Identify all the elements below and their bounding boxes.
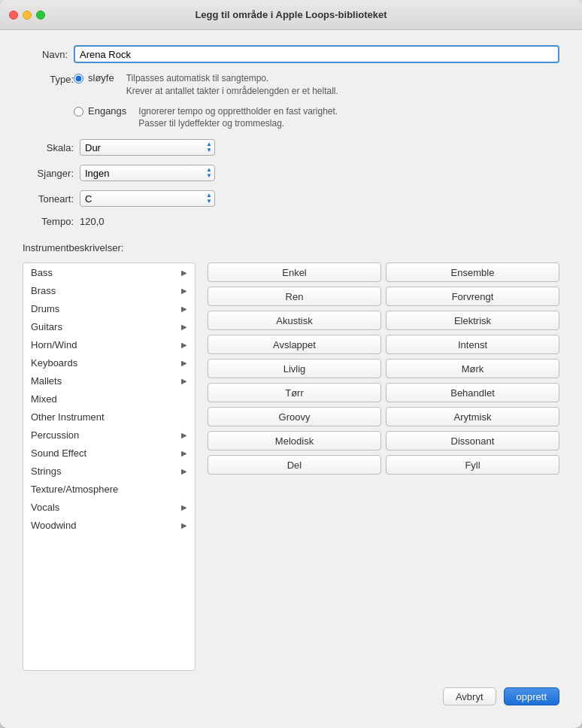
descriptor-button[interactable]: Enkel [208,262,381,282]
toneart-select[interactable]: C C# D D# E F F# G G# A A# B [80,190,215,207]
navn-label: Navn: [23,49,68,60]
sjanger-row: Sjanger: Ingen Rock Pop Jazz Blues ▲ ▼ [23,165,559,181]
descriptor-row: RenForvrengt [208,287,559,306]
chevron-right-icon: ▶ [181,377,187,385]
descriptor-button[interactable]: Dissonant [386,431,559,450]
list-item[interactable]: Percussion▶ [23,426,195,444]
descriptor-button[interactable]: Arytmisk [386,407,559,426]
sjanger-label: Sjanger: [23,168,74,179]
toneart-wrapper: C C# D D# E F F# G G# A A# B ▲ ▼ [80,190,215,207]
radio-options: sløyfe Tilpasses automatisk til sangtemp… [74,72,338,130]
descriptor-button[interactable]: Behandlet [386,383,559,402]
chevron-right-icon: ▶ [181,268,187,277]
list-item[interactable]: Horn/Wind▶ [23,335,195,353]
radio-sloeyfe-desc: Tilpasses automatisk til sangtempo. Krev… [126,72,338,98]
instrument-name: Vocals [31,502,59,513]
descriptor-button[interactable]: Avslappet [208,335,381,354]
radio-engangs-row: Engangs Ignorerer tempo og opprettholder… [74,105,338,131]
radio-engangs-desc2: Passer til lydeffekter og trommeslag. [138,117,338,130]
list-item[interactable]: Strings▶ [23,462,195,480]
maximize-button[interactable] [36,11,45,20]
chevron-right-icon: ▶ [181,449,187,457]
radio-sloeyfe[interactable] [74,74,83,83]
chevron-right-icon: ▶ [181,503,187,511]
instrument-name: Bass [31,267,53,278]
toneart-row: Toneart: C C# D D# E F F# G G# A A# B [23,190,559,207]
list-item[interactable]: Guitars▶ [23,317,195,335]
radio-sloeyfe-desc2: Krever at antallet takter i områdelengde… [126,85,338,98]
descriptor-row: GroovyArytmisk [208,407,559,426]
close-button[interactable] [9,11,18,20]
instrument-name: Strings [31,466,61,477]
descriptor-row: DelFyll [208,455,559,475]
skala-wrapper: Dur Moll Ingen ▲ ▼ [80,139,215,156]
instrument-list: Bass▶Brass▶Drums▶Guitars▶Horn/Wind▶Keybo… [23,262,196,671]
descriptor-row: MelodiskDissonant [208,431,559,450]
radio-engangs-text: Engangs [88,105,126,117]
radio-sloeyfe-desc1: Tilpasses automatisk til sangtempo. [126,72,338,85]
type-section: Type: sløyfe Tilpasses automatisk til sa… [23,72,559,130]
sjanger-wrapper: Ingen Rock Pop Jazz Blues ▲ ▼ [80,165,215,181]
list-item[interactable]: Other Instrument [23,408,195,426]
radio-engangs-desc: Ignorerer tempo og opprettholder en fast… [138,105,338,131]
instrument-name: Guitars [31,321,62,332]
avbryt-button[interactable]: Avbryt [443,687,496,705]
chevron-right-icon: ▶ [181,323,187,331]
descriptor-button[interactable]: Elektrisk [386,311,559,330]
descriptor-button[interactable]: Groovy [208,407,381,426]
skala-label: Skala: [23,142,74,153]
main-window: Legg til område i Apple Loops-biblioteke… [0,0,582,728]
instrument-name: Sound Effect [31,447,86,459]
radio-engangs[interactable] [74,107,83,117]
opprett-button[interactable]: opprett [504,687,559,705]
instrument-name: Mallets [31,375,62,387]
minimize-button[interactable] [23,11,32,20]
chevron-right-icon: ▶ [181,431,187,439]
descriptor-button[interactable]: Tørr [208,383,381,402]
descriptor-grid: EnkelEnsembleRenForvrengtAkustiskElektri… [208,262,559,671]
titlebar: Legg til område i Apple Loops-biblioteke… [0,0,582,30]
chevron-right-icon: ▶ [181,305,187,313]
instrumentbeskrivelser-label: Instrumentbeskrivelser: [23,242,559,253]
descriptor-button[interactable]: Ren [208,287,381,306]
list-item[interactable]: Mixed [23,390,195,408]
content-area: Navn: Type: sløyfe Tilpasses automatisk … [0,30,582,728]
descriptor-button[interactable]: Fyll [386,455,559,475]
list-item[interactable]: Brass▶ [23,281,195,299]
list-item[interactable]: Mallets▶ [23,372,195,390]
chevron-right-icon: ▶ [181,341,187,349]
descriptor-row: EnkelEnsemble [208,262,559,282]
instruments-section: Bass▶Brass▶Drums▶Guitars▶Horn/Wind▶Keybo… [23,262,559,671]
list-item[interactable]: Keyboards▶ [23,353,195,372]
chevron-right-icon: ▶ [181,467,187,475]
skala-select[interactable]: Dur Moll Ingen [80,139,215,156]
list-item[interactable]: Bass▶ [23,263,195,281]
descriptor-row: TørrBehandlet [208,383,559,402]
tempo-label: Tempo: [23,216,74,227]
descriptor-button[interactable]: Intenst [386,335,559,354]
list-item[interactable]: Woodwind▶ [23,516,195,534]
sjanger-select[interactable]: Ingen Rock Pop Jazz Blues [80,165,215,181]
window-title: Legg til område i Apple Loops-biblioteke… [195,9,386,20]
descriptor-row: LivligMørk [208,359,559,378]
skala-row: Skala: Dur Moll Ingen ▲ ▼ [23,139,559,156]
descriptor-row: AvslappetIntenst [208,335,559,354]
list-item[interactable]: Drums▶ [23,299,195,317]
traffic-lights [9,11,45,20]
list-item[interactable]: Sound Effect▶ [23,444,195,462]
chevron-right-icon: ▶ [181,359,187,367]
radio-engangs-desc1: Ignorerer tempo og opprettholder en fast… [138,105,338,118]
navn-input[interactable] [74,45,559,63]
descriptor-button[interactable]: Livlig [208,359,381,378]
tempo-value: 120,0 [80,216,105,227]
descriptor-button[interactable]: Akustisk [208,311,381,330]
descriptor-button[interactable]: Melodisk [208,431,381,450]
instrument-name: Brass [31,285,56,296]
list-item[interactable]: Vocals▶ [23,498,195,516]
descriptor-button[interactable]: Forvrengt [386,287,559,306]
descriptor-button[interactable]: Del [208,455,381,475]
descriptor-button[interactable]: Ensemble [386,262,559,282]
descriptor-button[interactable]: Mørk [386,359,559,378]
list-item[interactable]: Texture/Atmosphere [23,480,195,498]
instrument-name: Horn/Wind [31,339,77,350]
